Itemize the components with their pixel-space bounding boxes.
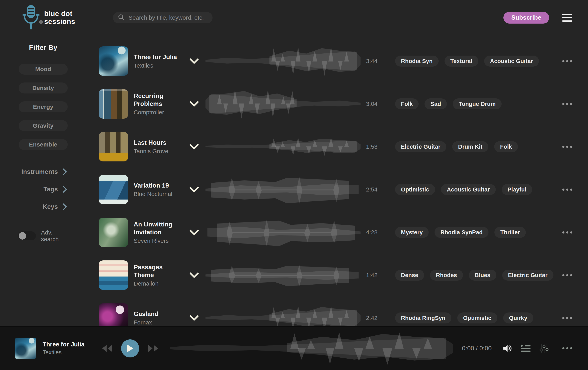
tag-pill[interactable]: Playful — [502, 184, 533, 195]
ellipsis-icon[interactable] — [560, 274, 572, 276]
ellipsis-icon[interactable] — [560, 146, 572, 148]
ellipsis-icon[interactable] — [562, 347, 572, 349]
track-title: Last Hours — [134, 139, 183, 146]
sidebar-item-tags[interactable]: Tags — [19, 185, 68, 193]
chevron-down-icon[interactable] — [188, 144, 200, 150]
now-playing-title: Three for Julia — [42, 341, 92, 348]
track-title: An Unwitting Invitation — [134, 220, 183, 236]
tag-pill[interactable]: Electric Guitar — [395, 141, 446, 152]
chevron-down-icon[interactable] — [188, 272, 200, 278]
filter-mood-button[interactable]: Mood — [19, 64, 68, 75]
tag-pill[interactable]: Blues — [469, 270, 496, 281]
waveform[interactable] — [206, 87, 360, 120]
chevron-right-icon — [63, 203, 67, 210]
chevron-down-icon[interactable] — [188, 187, 200, 192]
track-row[interactable]: Passages Theme Demalion 1:42 Dense Rhode… — [99, 254, 572, 296]
album-art[interactable] — [99, 218, 128, 247]
tag-pill[interactable]: Mystery — [395, 227, 429, 238]
album-art[interactable] — [99, 46, 128, 76]
queue-icon[interactable] — [521, 344, 531, 353]
album-art[interactable] — [99, 303, 128, 326]
search-input[interactable] — [128, 14, 208, 21]
tag-pill[interactable]: Rhodes — [430, 270, 463, 281]
track-row[interactable]: An Unwitting Invitation Seven Rivers 4:2… — [99, 211, 572, 254]
chevron-down-icon[interactable] — [188, 229, 200, 235]
album-art[interactable] — [99, 132, 128, 162]
tag-pill[interactable]: Quirky — [503, 313, 533, 324]
fast-forward-icon[interactable] — [147, 345, 159, 352]
ellipsis-icon[interactable] — [560, 60, 572, 62]
ellipsis-icon[interactable] — [560, 188, 572, 191]
tag-pill[interactable]: Electric Guitar — [502, 270, 554, 281]
waveform[interactable] — [206, 173, 360, 206]
waveform[interactable] — [206, 44, 360, 78]
tag-pill[interactable]: Thriller — [494, 227, 526, 238]
speaker-icon[interactable] — [503, 344, 512, 352]
track-row[interactable]: Last Hours Tannis Grove 1:53 Electric Gu… — [99, 125, 572, 168]
sidebar-item-instruments[interactable]: Instruments — [19, 168, 68, 175]
track-duration: 4:28 — [366, 229, 389, 236]
ellipsis-icon[interactable] — [560, 103, 572, 105]
tag-pill[interactable]: Textural — [444, 55, 478, 66]
track-row[interactable]: Variation 19 Blue Nocturnal 2:54 Optimis… — [99, 168, 572, 211]
album-art[interactable] — [99, 261, 128, 290]
track-duration: 1:42 — [366, 272, 389, 279]
filter-ensemble-button[interactable]: Ensemble — [19, 139, 68, 150]
adv-search-label: Adv. search — [41, 229, 68, 242]
tag-pill[interactable]: Optimistic — [395, 184, 435, 195]
chevron-down-icon[interactable] — [188, 101, 200, 107]
play-button[interactable] — [121, 339, 139, 358]
track-row[interactable]: Gasland Fornax 2:42 Rhodia RingSyn Optim… — [99, 296, 572, 326]
track-duration: 1:53 — [366, 143, 389, 150]
subscribe-button[interactable]: Subscribe — [504, 12, 549, 23]
tag-pill[interactable]: Acoustic Guitar — [484, 55, 539, 66]
track-duration: 3:44 — [366, 58, 389, 65]
keys-label: Keys — [42, 203, 58, 210]
tag-pill[interactable]: Rhodia RingSyn — [395, 313, 452, 324]
filter-gravity-button[interactable]: Gravity — [19, 120, 68, 131]
tag-pill[interactable]: Drum Kit — [452, 141, 488, 152]
filter-energy-button[interactable]: Energy — [19, 101, 68, 112]
now-playing-art — [15, 337, 36, 359]
track-title: Passages Theme — [134, 263, 183, 279]
album-name: Tannis Grove — [134, 148, 183, 155]
sidebar-item-keys[interactable]: Keys — [19, 203, 68, 210]
tag-pill[interactable]: Acoustic Guitar — [441, 184, 496, 195]
track-title: Three for Julia — [134, 53, 183, 61]
waveform[interactable] — [206, 259, 360, 292]
tag-pill[interactable]: Rhodia SynPad — [434, 227, 489, 238]
tag-pill[interactable]: Folk — [494, 141, 518, 152]
waveform[interactable] — [206, 130, 360, 163]
track-duration: 3:04 — [366, 100, 389, 107]
track-duration: 2:54 — [366, 186, 389, 193]
filter-density-button[interactable]: Density — [19, 83, 68, 94]
tag-pill[interactable]: Optimistic — [457, 313, 497, 324]
album-art[interactable] — [99, 89, 128, 119]
adv-search-toggle-row[interactable]: Adv. search — [18, 229, 68, 242]
chevron-down-icon[interactable] — [188, 315, 200, 321]
sliders-icon[interactable] — [539, 344, 548, 353]
player-waveform[interactable] — [170, 330, 453, 367]
search-icon — [118, 14, 125, 22]
tag-pill[interactable]: Folk — [395, 98, 419, 109]
track-list: Three for Julia Textiles 3:44 Rhodia Syn… — [99, 35, 572, 326]
waveform[interactable] — [206, 301, 360, 326]
track-row[interactable]: Recurring Problems Comptroller 3:04 Folk… — [99, 83, 572, 125]
waveform[interactable] — [206, 216, 360, 249]
player-time: 0:00 / 0:00 — [462, 345, 492, 352]
adv-search-toggle[interactable] — [18, 231, 36, 240]
chevron-down-icon[interactable] — [188, 58, 200, 64]
ellipsis-icon[interactable] — [560, 317, 572, 319]
hamburger-icon[interactable] — [562, 12, 572, 23]
logo[interactable]: blue dot sessions — [22, 5, 75, 31]
tag-pill[interactable]: Dense — [395, 270, 424, 281]
tag-pill[interactable]: Rhodia Syn — [395, 55, 439, 66]
search-bar[interactable] — [113, 12, 212, 23]
ellipsis-icon[interactable] — [560, 231, 572, 233]
album-art[interactable] — [99, 175, 128, 204]
track-row[interactable]: Three for Julia Textiles 3:44 Rhodia Syn… — [99, 40, 572, 83]
tag-pill[interactable]: Tongue Drum — [453, 98, 502, 109]
album-name: Fornax — [134, 319, 183, 326]
tag-pill[interactable]: Sad — [424, 98, 447, 109]
rewind-icon[interactable] — [102, 345, 113, 352]
